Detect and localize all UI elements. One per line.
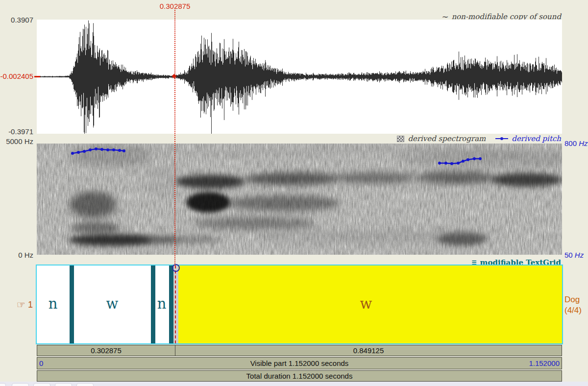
bottom-button-stub[interactable] [76, 383, 94, 386]
praat-textgrid-editor: 0.302875 ∼ non-modifiable copy of sound … [0, 0, 588, 386]
total-duration-bar[interactable]: Total duration 1.152000 seconds [37, 370, 562, 382]
derived-spectrogram-legend: derived spectrogram [397, 134, 486, 143]
derived-spectrogram-label: derived spectrogram [408, 134, 486, 143]
visible-part-label: Visible part 1.152000 seconds [250, 359, 349, 367]
derived-pitch-label: derived pitch [512, 134, 561, 143]
cursor-line[interactable] [174, 10, 175, 265]
bottom-button-strip [0, 382, 588, 386]
spectrogram-legend-row: derived spectrogram derived pitch [397, 134, 561, 143]
pitch-bottom-label: 50 Hz [564, 251, 584, 259]
interval-4-label[interactable]: w [360, 295, 372, 312]
amplitude-min-label: -0.3971 [0, 127, 33, 136]
total-duration-label: Total duration 1.152000 seconds [246, 372, 353, 380]
selection-left-duration: 0.302875 [91, 346, 122, 355]
pitch-line-icon [495, 137, 508, 140]
freq-top-label: 5000 Hz [0, 137, 33, 145]
derived-pitch-legend: derived pitch [495, 134, 561, 143]
visible-start-time: 0 [39, 358, 43, 369]
visible-end-time: 1.152000 [529, 358, 560, 369]
interval-boundary-3[interactable] [169, 265, 173, 343]
tier-cursor-line[interactable] [175, 265, 176, 343]
spectrogram-panel[interactable] [37, 144, 562, 255]
textgrid-tier[interactable]: n w n w [36, 265, 563, 344]
bottom-button-stub[interactable] [12, 383, 29, 386]
amplitude-max-label: 0.3907 [0, 16, 33, 24]
bottom-button-stub[interactable] [33, 383, 50, 386]
bottom-button-stub[interactable] [0, 383, 6, 386]
tier-name-line1: Dog [564, 294, 582, 305]
pitch-top-label: 800 Hz [564, 139, 588, 147]
spectrogram-image[interactable] [37, 144, 562, 255]
spectrogram-swatch-icon [397, 136, 404, 142]
interval-boundary-1[interactable] [70, 265, 74, 343]
tier-number-label: 1 [28, 300, 33, 310]
interval-1-label[interactable]: n [49, 295, 58, 312]
interval-boundary-2[interactable] [151, 265, 155, 343]
visible-part-bar[interactable]: 0 Visible part 1.152000 seconds 1.152000 [37, 357, 562, 369]
tier-name[interactable]: Dog (4/4) [564, 294, 582, 316]
waveform-panel[interactable] [37, 20, 562, 134]
interval-3-label[interactable]: n [157, 295, 167, 312]
selection-right-duration: 0.849125 [353, 346, 384, 355]
boundary-handle-circle[interactable] [172, 264, 180, 272]
waveform-canvas[interactable] [37, 20, 562, 134]
cursor-time-label: 0.302875 [148, 2, 202, 10]
tier-name-line2: (4/4) [564, 305, 582, 316]
selected-boundary-band[interactable] [173, 265, 178, 343]
bottom-button-stub[interactable] [55, 383, 72, 386]
selection-bar-left[interactable]: 0.302875 [37, 345, 175, 356]
pointing-hand-icon: ☞ [17, 299, 25, 311]
amplitude-cursor-label[interactable]: -0.002405 [0, 72, 33, 80]
cursor-amplitude-tick [34, 76, 40, 77]
freq-bottom-label: 0 Hz [0, 251, 33, 259]
tier-selector[interactable]: ☞ 1 [17, 299, 33, 311]
interval-2-label[interactable]: w [106, 295, 119, 312]
selection-bar-right[interactable]: 0.849125 [175, 345, 562, 356]
